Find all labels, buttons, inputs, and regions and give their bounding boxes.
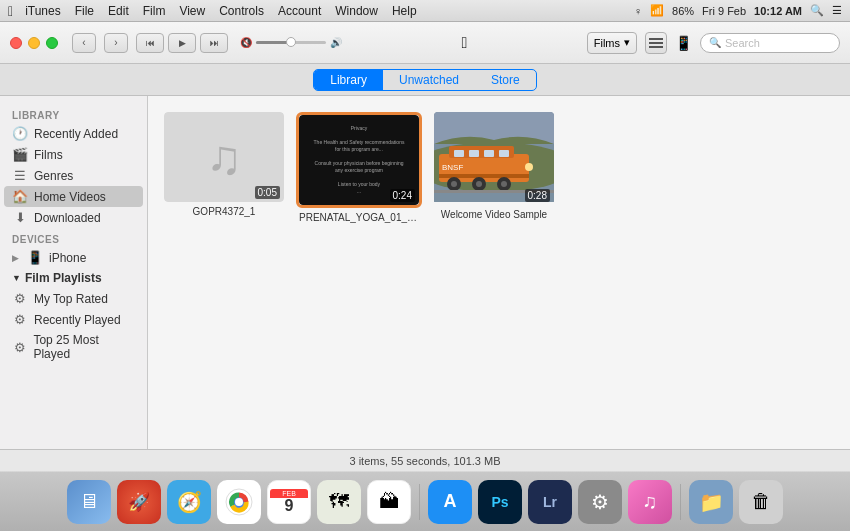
maximize-button[interactable] (46, 37, 58, 49)
menubar-time: 10:12 AM (754, 5, 802, 17)
dock-lightroom[interactable]: Lr (528, 480, 572, 524)
film-playlists-expand-icon: ▼ (12, 273, 21, 283)
tab-bar: Library Unwatched Store (0, 64, 850, 96)
dock-itunes[interactable]: ♫ (628, 480, 672, 524)
dropdown-arrow-icon: ▾ (624, 36, 630, 49)
sidebar-item-recently-played[interactable]: ⚙ Recently Played (0, 309, 147, 330)
video-thumb-welcome: BNSF 0:28 (434, 112, 554, 205)
search-box[interactable]: 🔍 Search (700, 33, 840, 53)
menu-window[interactable]: Window (335, 4, 378, 18)
list-view-icon (649, 38, 663, 48)
svg-point-20 (525, 163, 533, 171)
menu-controls[interactable]: Controls (219, 4, 264, 18)
svg-rect-2 (649, 46, 663, 48)
sidebar-item-top-25-most-played[interactable]: ⚙ Top 25 Most Played (0, 330, 147, 364)
dock-photos[interactable]: 🏔 (367, 480, 411, 524)
menu-film[interactable]: Film (143, 4, 166, 18)
video-item-gopr4372[interactable]: ♫ 0:05 GOPR4372_1 (164, 112, 284, 217)
svg-point-15 (476, 181, 482, 187)
home-videos-label: Home Videos (34, 190, 106, 204)
recently-added-label: Recently Added (34, 127, 118, 141)
recently-added-icon: 🕐 (12, 126, 28, 141)
status-bar: 3 items, 55 seconds, 101.3 MB (0, 449, 850, 471)
dock-systemprefs[interactable]: ⚙ (578, 480, 622, 524)
phone-icon[interactable]: 📱 (675, 35, 692, 51)
tab-store[interactable]: Store (475, 70, 536, 90)
dock-downloads[interactable]: 📁 (689, 480, 733, 524)
battery-indicator: 86% (672, 5, 694, 17)
dock-photoshop[interactable]: Ps (478, 480, 522, 524)
tab-unwatched[interactable]: Unwatched (383, 70, 475, 90)
toolbar-center:  (350, 34, 579, 52)
menu-itunes[interactable]: iTunes (25, 4, 61, 18)
video-title-yoga: PRENATAL_YOGA_01_Title_01 (299, 212, 419, 223)
genres-label: Genres (34, 169, 73, 183)
video-title-gopr4372: GOPR4372_1 (193, 206, 256, 217)
dock-launchpad[interactable]: 🚀 (117, 480, 161, 524)
home-videos-icon: 🏠 (12, 189, 28, 204)
menu-items: iTunes File Edit Film View Controls Acco… (25, 4, 634, 18)
dock-safari[interactable]: 🧭 (167, 480, 211, 524)
traffic-lights (10, 37, 58, 49)
music-note-icon: ♫ (206, 130, 242, 185)
top-25-icon: ⚙ (12, 340, 27, 355)
menu-edit[interactable]: Edit (108, 4, 129, 18)
minimize-button[interactable] (28, 37, 40, 49)
video-thumb-gopr4372: ♫ 0:05 (164, 112, 284, 202)
sidebar-item-films[interactable]: 🎬 Films (0, 144, 147, 165)
dock-trash[interactable]: 🗑 (739, 480, 783, 524)
wifi-icon: 📶 (650, 4, 664, 17)
dock: 🖥 🚀 🧭 FEB 9 🗺 🏔 A Ps Lr ⚙ ♫ 📁 🗑 (0, 471, 850, 531)
volume-slider[interactable]: 🔇 🔊 (240, 37, 342, 48)
svg-rect-8 (469, 150, 479, 157)
sidebar-item-iphone[interactable]: ▶ 📱 iPhone (0, 247, 147, 268)
tab-library[interactable]: Library (314, 70, 383, 90)
rewind-button[interactable]: ⏮ (136, 33, 164, 53)
film-playlists-header[interactable]: ▼ Film Playlists (0, 268, 147, 288)
downloaded-icon: ⬇ (12, 210, 28, 225)
sidebar-item-home-videos[interactable]: 🏠 Home Videos (4, 186, 143, 207)
tab-group: Library Unwatched Store (313, 69, 536, 91)
back-button[interactable]: ‹ (72, 33, 96, 53)
dock-appstore[interactable]: A (428, 480, 472, 524)
forward-button[interactable]: › (104, 33, 128, 53)
sidebar-item-genres[interactable]: ☰ Genres (0, 165, 147, 186)
menu-help[interactable]: Help (392, 4, 417, 18)
films-icon: 🎬 (12, 147, 28, 162)
menu-account[interactable]: Account (278, 4, 321, 18)
dock-chrome[interactable] (217, 480, 261, 524)
list-view-button[interactable] (645, 32, 667, 54)
play-button[interactable]: ▶ (168, 33, 196, 53)
film-playlists-label: Film Playlists (25, 271, 102, 285)
apple-menu[interactable]:  (8, 3, 13, 19)
dock-calendar[interactable]: FEB 9 (267, 480, 311, 524)
video-item-welcome[interactable]: BNSF 0:28 Welcome Video Sample (434, 112, 554, 220)
main-content: Library 🕐 Recently Added 🎬 Films ☰ Genre… (0, 96, 850, 449)
sidebar-item-recently-added[interactable]: 🕐 Recently Added (0, 123, 147, 144)
spotlight-icon[interactable]: 🔍 (810, 4, 824, 17)
svg-text:BNSF: BNSF (442, 163, 463, 172)
close-button[interactable] (10, 37, 22, 49)
menu-view[interactable]: View (179, 4, 205, 18)
devices-section-label: Devices (0, 228, 147, 247)
volume-low-icon: 🔇 (240, 37, 252, 48)
iphone-label: iPhone (49, 251, 86, 265)
video-title-welcome: Welcome Video Sample (441, 209, 547, 220)
notification-icon[interactable]: ☰ (832, 4, 842, 17)
source-dropdown[interactable]: Films ▾ (587, 32, 637, 54)
video-duration-yoga: 0:24 (390, 189, 415, 202)
sidebar-item-downloaded[interactable]: ⬇ Downloaded (0, 207, 147, 228)
genres-icon: ☰ (12, 168, 28, 183)
svg-point-17 (501, 181, 507, 187)
dock-finder[interactable]: 🖥 (67, 480, 111, 524)
video-item-prenatal-yoga[interactable]: Privacy The Health and Safety recommenda… (296, 112, 422, 223)
video-duration-gopr4372: 0:05 (255, 186, 280, 199)
menu-bar:  iTunes File Edit Film View Controls Ac… (0, 0, 850, 22)
fast-forward-button[interactable]: ⏭ (200, 33, 228, 53)
my-top-rated-label: My Top Rated (34, 292, 108, 306)
search-placeholder: Search (725, 37, 760, 49)
menu-file[interactable]: File (75, 4, 94, 18)
sidebar-item-my-top-rated[interactable]: ⚙ My Top Rated (0, 288, 147, 309)
dock-maps[interactable]: 🗺 (317, 480, 361, 524)
video-grid: ♫ 0:05 GOPR4372_1 Privacy The Health and… (164, 112, 834, 223)
